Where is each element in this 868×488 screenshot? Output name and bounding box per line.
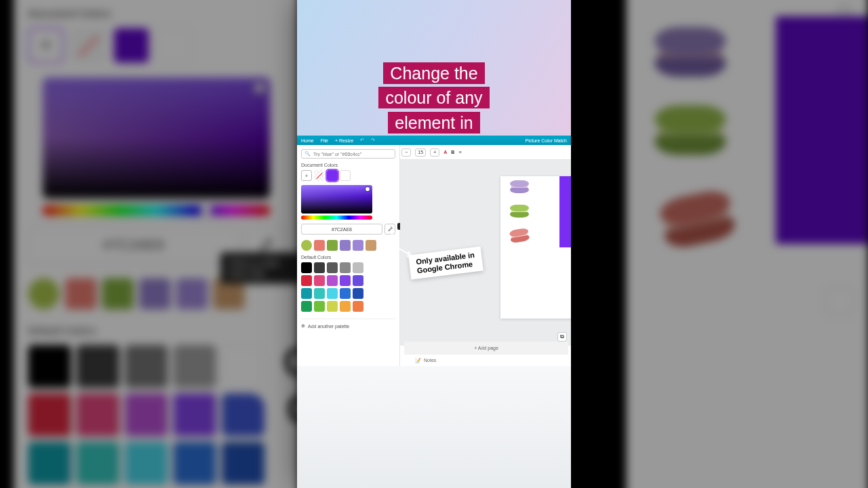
bg-purple-shape [776,16,868,244]
add-color-button[interactable] [301,170,312,181]
menu-home[interactable]: Home [301,138,314,143]
color-swatch[interactable] [301,275,312,286]
color-swatch[interactable] [327,288,338,299]
color-swatch[interactable] [340,301,351,312]
photo-color-swatch[interactable] [301,240,312,251]
color-swatch[interactable] [327,275,338,286]
color-swatch[interactable] [327,301,338,312]
size-plus[interactable]: + [430,148,439,157]
bg-swatch [77,394,119,436]
color-swatch[interactable] [301,262,312,273]
bg-purple-swatch [113,28,149,64]
search-input[interactable] [313,152,392,157]
bg-photo-swatch [28,278,60,309]
default-color-grid [301,262,395,312]
macaron-element[interactable] [510,205,529,218]
color-swatch[interactable] [340,262,351,273]
photo-color-swatch[interactable] [366,240,376,251]
hue-slider[interactable] [301,216,372,220]
hex-input[interactable]: #7C2AE8 [301,224,382,235]
color-swatch[interactable] [340,288,351,299]
bold-icon[interactable]: B [451,150,454,155]
bg-photo-swatch [65,278,96,309]
size-minus[interactable]: − [401,148,411,157]
color-swatch[interactable] [353,301,363,312]
bg-swatch [174,394,216,436]
video-frame: Change the colour of any element in Canv… [297,0,571,488]
menu-file[interactable]: File [321,138,328,143]
color-swatch[interactable] [353,288,363,299]
color-swatch[interactable] [314,262,325,273]
bg-hex-input: #7C2AE8 [28,226,239,264]
bg-photo-swatch [102,278,134,309]
bg-photo-swatch [139,278,170,309]
color-swatch[interactable] [353,275,363,286]
color-swatch[interactable] [353,262,363,273]
align-icon[interactable]: ≡ [458,150,461,155]
bg-no-color [71,28,106,64]
bg-doc-colors-label: Document Colors [28,7,285,19]
search-icon [304,151,311,157]
bg-default-colors-label: Default Colors [28,325,285,337]
bg-swatch [77,442,119,485]
font-size[interactable]: 15 [415,148,426,157]
bg-swatch [28,345,71,388]
color-swatch[interactable] [327,262,338,273]
add-page-button[interactable]: + Add page [404,342,568,354]
macaron-element[interactable] [509,228,530,244]
bg-macaron [658,187,738,251]
bg-white-swatch [157,28,193,64]
bg-default-grid [28,345,285,485]
macaron-element[interactable] [510,180,529,193]
bg-swatch [125,394,167,436]
notes-icon [415,358,421,363]
bg-eyedrop-tooltip: Pick a color from the [220,253,299,284]
app-title: Picture Color Match [526,138,567,143]
color-swatch[interactable] [314,275,325,286]
doc-colors-label: Document Colors [301,163,395,167]
saturation-picker[interactable] [301,185,372,214]
bg-swatch [174,442,216,485]
no-color-swatch[interactable] [314,170,325,181]
bg-duplicate-icon [826,287,854,315]
text-color-icon[interactable]: A [443,150,447,155]
menu-resize[interactable]: + Resize [335,138,353,143]
color-search[interactable] [301,149,395,159]
bg-swatch [222,442,264,485]
bg-macaron [654,105,726,155]
photo-color-swatch[interactable] [314,240,325,251]
photo-colors-row [301,240,395,251]
bg-canvas-right [626,0,868,488]
add-palette-button[interactable]: ⊕Add another palette [301,319,395,329]
bg-swatch [222,345,264,388]
bg-hue-slider [42,205,270,216]
bg-photo-swatch [176,278,208,309]
bg-add-color [28,28,64,64]
photo-color-swatch[interactable] [340,240,351,251]
color-swatch[interactable] [301,288,312,299]
doc-color-swatch[interactable] [327,170,338,181]
color-swatch[interactable] [314,288,325,299]
bg-swatch [28,394,71,436]
design-page[interactable] [500,176,571,319]
doc-color-swatch[interactable] [340,170,351,181]
duplicate-page-icon[interactable]: ⧉ [557,332,567,342]
color-panel: Document Colors #7C2AE8 Pick a color fro… [297,145,400,366]
photo-color-swatch[interactable] [353,240,363,251]
bg-macaron [654,27,726,77]
bg-saturation-picker [42,77,270,199]
photo-color-swatch[interactable] [327,240,338,251]
notes-bar[interactable]: Notes [404,354,568,366]
bg-swatch [222,394,264,436]
color-swatch[interactable] [340,275,351,286]
bg-swatch [77,345,119,388]
bg-swatch [125,442,167,485]
selected-shape[interactable] [559,176,571,247]
color-swatch[interactable] [314,301,325,312]
default-colors-label: Default Colors [301,255,395,260]
bg-swatch [174,345,216,388]
color-swatch[interactable] [301,301,312,312]
bg-swatch [125,345,167,388]
bg-color-panel: Document Colors #7C2AE8 Pick a color fro… [14,0,298,488]
bottom-gradient [297,366,571,488]
